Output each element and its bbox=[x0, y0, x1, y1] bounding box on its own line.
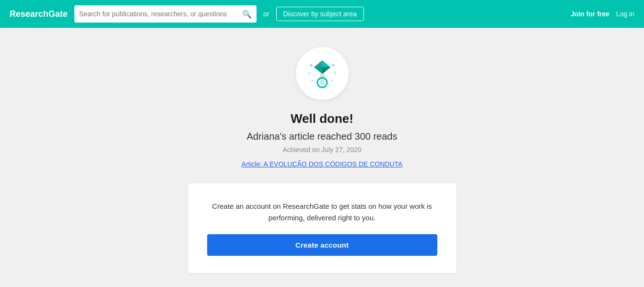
svg-marker-10 bbox=[322, 67, 330, 74]
search-icon: 🔍 bbox=[242, 10, 252, 19]
well-done-heading: Well done! bbox=[291, 111, 353, 126]
svg-point-3 bbox=[334, 72, 336, 74]
search-input[interactable] bbox=[79, 10, 239, 18]
svg-marker-8 bbox=[314, 60, 322, 67]
or-label: or bbox=[263, 10, 269, 18]
svg-marker-9 bbox=[314, 67, 322, 74]
discover-subject-area-button[interactable]: Discover by subject area bbox=[276, 7, 364, 21]
svg-marker-7 bbox=[322, 60, 330, 67]
article-reads-text: Adriana's article reached 300 reads bbox=[246, 131, 397, 142]
medal-svg bbox=[305, 57, 339, 90]
site-logo: ResearchGate bbox=[10, 9, 68, 19]
svg-point-0 bbox=[310, 64, 312, 67]
achievement-medal-icon bbox=[296, 47, 349, 100]
article-link[interactable]: Article: A EVOLUÇÃO DOS CÓDIGOS DE CONDU… bbox=[242, 160, 403, 168]
join-for-free-button[interactable]: Join for free bbox=[571, 10, 609, 18]
svg-point-1 bbox=[332, 64, 334, 67]
main-content: Well done! Adriana's article reached 300… bbox=[0, 28, 644, 287]
achieved-date-text: Achieved on July 27, 2020 bbox=[282, 146, 361, 154]
svg-point-4 bbox=[311, 80, 313, 82]
create-account-button[interactable]: Create account bbox=[207, 234, 437, 256]
cta-card: Create an account on ResearchGate to get… bbox=[188, 183, 457, 273]
svg-point-13 bbox=[320, 80, 325, 85]
search-bar: 🔍 bbox=[74, 5, 257, 23]
navbar: ResearchGate 🔍 or Discover by subject ar… bbox=[0, 0, 644, 28]
svg-point-2 bbox=[308, 72, 310, 74]
svg-rect-11 bbox=[320, 73, 325, 80]
svg-point-5 bbox=[331, 80, 333, 82]
cta-description: Create an account on ResearchGate to get… bbox=[207, 201, 437, 224]
log-in-button[interactable]: Log in bbox=[616, 10, 634, 18]
